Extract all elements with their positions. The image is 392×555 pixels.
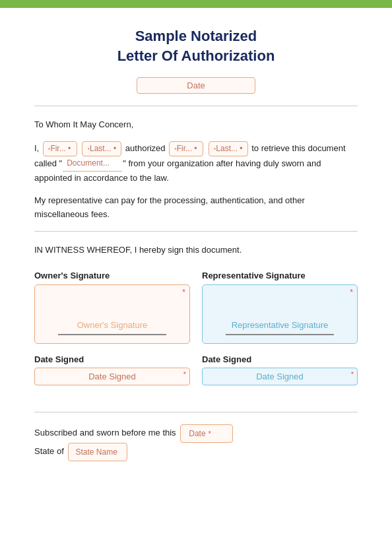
state-name-field[interactable]: State Name	[68, 443, 127, 461]
owner-date-required: *	[183, 370, 186, 378]
owner-date-wrap: Date Signed *	[34, 368, 190, 385]
rep-date-field[interactable]: Date Signed *	[202, 368, 358, 385]
page-title: Sample Notarized Letter Of Authorization	[34, 26, 358, 65]
top-bar	[0, 0, 392, 8]
signatures-section: Owner's Signature * Owner's Signature Re…	[34, 271, 358, 344]
subscribed-line: Subscribed and sworn before me this Date…	[34, 424, 358, 443]
subscribed-section: Subscribed and sworn before me this Date…	[34, 424, 358, 461]
owner-first-field[interactable]: Fir... •	[43, 141, 77, 156]
title-line1: Sample Notarized	[135, 28, 257, 44]
subscribed-date-required: *	[209, 426, 211, 441]
rep-last-field[interactable]: Last... •	[209, 141, 248, 156]
greeting: To Whom It May Concern,	[34, 118, 358, 132]
title-line2: Letter Of Authorization	[117, 48, 275, 64]
owner-sig-placeholder: Owner's Signature	[77, 320, 148, 330]
divider-1	[34, 106, 358, 106]
body-paragraph-1: I, Fir... • Last... • authorized Fir... …	[34, 141, 358, 185]
date-field-wrapper: Date	[34, 77, 358, 94]
rep-sig-label: Representative Signature	[202, 271, 358, 280]
rep-date-col: Date Signed Date Signed *	[202, 354, 358, 385]
rep-first-field[interactable]: Fir... •	[169, 141, 203, 156]
body-paragraph-2: My representative can pay for the proces…	[34, 194, 358, 222]
date-signed-row: Date Signed Date Signed * Date Signed Da…	[34, 354, 358, 385]
rep-sig-col: Representative Signature * Representativ…	[202, 271, 358, 344]
document-field[interactable]: Document...	[63, 156, 122, 171]
owner-sig-label: Owner's Signature	[34, 271, 190, 280]
witness-text: IN WITNESS WHEREOF, I hereby sign this d…	[34, 244, 358, 257]
owner-sig-box[interactable]: * Owner's Signature	[34, 284, 190, 344]
date-input[interactable]: Date	[137, 77, 255, 94]
rep-sig-line	[226, 334, 334, 335]
rep-sig-placeholder: Representative Signature	[232, 320, 329, 330]
divider-2	[34, 231, 358, 232]
owner-sig-col: Owner's Signature * Owner's Signature	[34, 271, 190, 344]
rep-date-required: *	[351, 370, 354, 378]
owner-last-field[interactable]: Last... •	[82, 141, 121, 156]
owner-date-col: Date Signed Date Signed *	[34, 354, 190, 385]
rep-sig-box[interactable]: * Representative Signature	[202, 284, 358, 344]
rep-sig-required: *	[350, 288, 353, 297]
subscribed-date-field[interactable]: Date *	[180, 424, 233, 443]
owner-date-label: Date Signed	[34, 354, 190, 364]
owner-date-field[interactable]: Date Signed *	[34, 368, 190, 385]
owner-sig-line	[58, 334, 166, 335]
page-content: Sample Notarized Letter Of Authorization…	[0, 8, 392, 488]
rep-date-wrap: Date Signed *	[202, 368, 358, 385]
owner-sig-required: *	[182, 288, 185, 297]
rep-date-label: Date Signed	[202, 354, 358, 364]
divider-3	[34, 412, 358, 412]
state-line: State of State Name	[34, 443, 358, 461]
